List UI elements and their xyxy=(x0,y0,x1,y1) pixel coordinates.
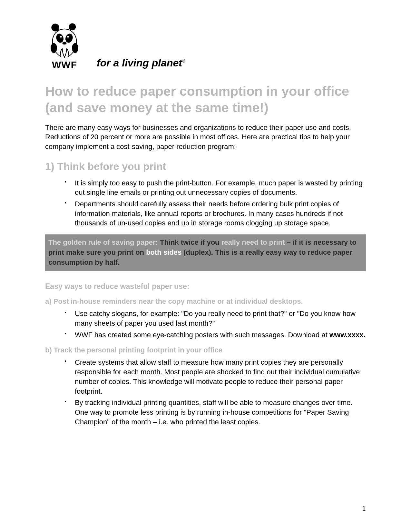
section-1-bullets: It is simply too easy to push the print-… xyxy=(45,178,366,228)
header: WWF for a living planet® xyxy=(45,23,366,70)
intro-paragraph: There are many easy ways for businesses … xyxy=(45,123,366,152)
sub-b-bullets: Create systems that allow staff to measu… xyxy=(45,358,366,427)
list-item: Use catchy slogans, for example: "Do you… xyxy=(64,309,366,328)
svg-point-8 xyxy=(72,43,78,53)
logo-text: WWF xyxy=(52,59,77,70)
list-item: Create systems that allow staff to measu… xyxy=(64,358,366,396)
tagline-text: for a living planet xyxy=(97,57,182,69)
svg-point-7 xyxy=(51,43,57,53)
sub-a-bullets: Use catchy slogans, for example: "Do you… xyxy=(45,309,366,340)
svg-point-4 xyxy=(60,36,62,38)
panda-icon xyxy=(47,23,82,59)
svg-point-6 xyxy=(62,42,66,44)
document-page: WWF for a living planet® How to reduce p… xyxy=(0,0,411,532)
list-item: By tracking individual printing quantiti… xyxy=(64,398,366,427)
svg-point-1 xyxy=(69,23,76,30)
download-link-text: www.xxxx. xyxy=(329,331,366,339)
list-item: It is simply too easy to push the print-… xyxy=(64,178,366,197)
svg-point-0 xyxy=(51,24,59,31)
page-title: How to reduce paper consumption in your … xyxy=(45,83,366,116)
easy-ways-subhead: Easy ways to reduce wasteful paper use: xyxy=(45,282,366,291)
callout-text: Think twice if you xyxy=(160,238,221,246)
callout-text: The golden rule of saving paper: xyxy=(48,238,160,246)
sub-a-heading: a) Post in-house reminders near the copy… xyxy=(45,297,366,306)
list-item-text: WWF has created some eye-catching poster… xyxy=(75,331,329,339)
callout-text: really need to print xyxy=(221,238,285,246)
section-1-heading: 1) Think before you print xyxy=(45,161,366,172)
sub-b-heading: b) Track the personal printing footprint… xyxy=(45,346,366,354)
wwf-logo: WWF xyxy=(45,23,84,70)
page-number: 1 xyxy=(362,504,366,513)
svg-point-5 xyxy=(67,36,69,38)
tagline: for a living planet® xyxy=(97,57,185,70)
callout-text: both sides xyxy=(146,248,181,256)
list-item: WWF has created some eye-catching poster… xyxy=(64,330,366,340)
golden-rule-callout: The golden rule of saving paper: Think t… xyxy=(45,234,366,271)
list-item: Departments should carefully assess thei… xyxy=(64,199,366,228)
registered-mark: ® xyxy=(182,58,185,64)
